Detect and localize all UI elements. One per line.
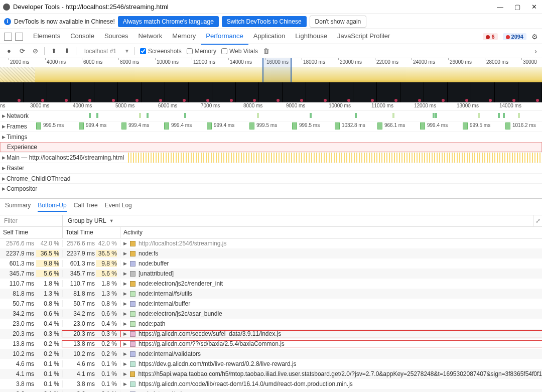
screenshot-thumb[interactable] bbox=[306, 82, 330, 102]
panel-tab-sources[interactable]: Sources bbox=[99, 28, 133, 45]
screenshot-thumb[interactable] bbox=[259, 82, 283, 102]
experience-track[interactable]: ▶Experience bbox=[0, 142, 542, 152]
chrome-childio-track[interactable]: ▶Chrome_ChildIOThread bbox=[0, 173, 542, 183]
screenshot-thumb[interactable] bbox=[47, 82, 71, 102]
screenshot-thumb[interactable] bbox=[71, 82, 94, 102]
always-match-language-button[interactable]: Always match Chrome's language bbox=[118, 16, 219, 27]
panel-tab-elements[interactable]: Elements bbox=[28, 28, 65, 45]
screenshot-thumb[interactable] bbox=[236, 82, 259, 102]
screenshot-thumb[interactable] bbox=[377, 82, 400, 102]
network-request-box[interactable] bbox=[392, 113, 394, 118]
flame-chart-ruler[interactable]: ns3000 ms4000 ms5000 ms6000 ms7000 ms800… bbox=[0, 102, 542, 110]
panel-tab-network[interactable]: Network bbox=[133, 28, 168, 45]
frame-box[interactable] bbox=[207, 122, 212, 129]
frame-box[interactable] bbox=[463, 122, 468, 129]
clear-icon[interactable]: ⊘ bbox=[31, 47, 39, 55]
save-profile-icon[interactable]: ⬇ bbox=[63, 47, 71, 55]
frame-box[interactable] bbox=[249, 122, 254, 129]
warning-count-badge[interactable]: 2094 bbox=[503, 33, 526, 40]
expand-caret-icon[interactable]: ▶ bbox=[123, 281, 127, 286]
network-request-box[interactable] bbox=[96, 113, 98, 118]
table-row[interactable]: 50.7 ms0.8 %50.7 ms0.8 %▶node:internal/b… bbox=[0, 299, 542, 309]
error-count-badge[interactable]: 6 bbox=[483, 33, 497, 40]
frame-box[interactable] bbox=[121, 122, 126, 129]
activity-header[interactable]: Activity bbox=[120, 227, 542, 238]
network-request-box[interactable] bbox=[184, 113, 186, 118]
recording-selector[interactable]: localhost #1 bbox=[81, 48, 119, 55]
panel-tab-performance[interactable]: Performance bbox=[201, 28, 248, 45]
memory-checkbox[interactable]: Memory bbox=[187, 48, 216, 55]
network-request-box[interactable] bbox=[498, 113, 500, 118]
network-request-box[interactable] bbox=[310, 113, 312, 118]
details-tab-call-tree[interactable]: Call Tree bbox=[74, 202, 98, 212]
settings-gear-icon[interactable]: ⚙ bbox=[531, 33, 538, 41]
overview-selection[interactable] bbox=[262, 58, 292, 82]
details-tab-bottom-up[interactable]: Bottom-Up bbox=[38, 202, 66, 212]
screenshot-thumb[interactable] bbox=[400, 82, 424, 102]
screenshot-thumb[interactable] bbox=[0, 82, 24, 102]
table-row[interactable]: 601.3 ms9.8 %601.3 ms9.8 %▶node:buffer bbox=[0, 258, 542, 269]
frame-box[interactable] bbox=[335, 122, 340, 129]
screenshot-thumb[interactable] bbox=[189, 82, 212, 102]
screenshots-filmstrip[interactable] bbox=[0, 82, 542, 102]
expand-caret-icon[interactable]: ▶ bbox=[123, 311, 127, 316]
garbage-collect-icon[interactable]: 🗑 bbox=[263, 47, 269, 55]
reload-icon[interactable]: ⟳ bbox=[18, 47, 26, 55]
screenshot-thumb[interactable] bbox=[330, 82, 353, 102]
maximize-button[interactable]: ▢ bbox=[514, 3, 520, 11]
main-track[interactable]: ▶Main — http://localhost:2546/streaming.… bbox=[0, 152, 542, 163]
screenshot-thumb[interactable] bbox=[142, 82, 165, 102]
expand-caret-icon[interactable]: ▶ bbox=[123, 291, 127, 296]
table-row[interactable]: 2237.9 ms36.5 %2237.9 ms36.5 %▶node:fs bbox=[0, 248, 542, 258]
raster-track[interactable]: ▶Raster bbox=[0, 163, 542, 173]
frame-box[interactable] bbox=[505, 122, 510, 129]
screenshots-checkbox[interactable]: Screenshots bbox=[140, 48, 182, 55]
network-request-box[interactable] bbox=[355, 113, 357, 118]
screenshot-thumb[interactable] bbox=[94, 82, 118, 102]
table-row[interactable]: 23.0 ms0.4 %23.0 ms0.4 %▶node:path bbox=[0, 319, 542, 329]
network-request-box[interactable] bbox=[503, 113, 505, 118]
screenshot-thumb[interactable] bbox=[165, 82, 189, 102]
table-row[interactable]: 110.7 ms1.8 %110.7 ms1.8 %▶node:electron… bbox=[0, 279, 542, 289]
network-request-box[interactable] bbox=[518, 113, 520, 118]
screenshot-thumb[interactable] bbox=[283, 82, 306, 102]
network-request-box[interactable] bbox=[257, 113, 259, 118]
frame-box[interactable] bbox=[79, 122, 84, 129]
panel-tab-console[interactable]: Console bbox=[65, 28, 99, 45]
screenshot-thumb[interactable] bbox=[24, 82, 47, 102]
screenshot-thumb[interactable] bbox=[471, 82, 495, 102]
table-row[interactable]: 13.8 ms0.2 %13.8 ms0.2 %▶https://g.alicd… bbox=[0, 339, 542, 349]
switch-to-chinese-button[interactable]: Switch DevTools to Chinese bbox=[222, 16, 307, 27]
panel-tab-application[interactable]: Application bbox=[248, 28, 291, 45]
network-request-box[interactable] bbox=[89, 113, 91, 118]
screenshot-thumb[interactable] bbox=[448, 82, 471, 102]
expand-caret-icon[interactable]: ▶ bbox=[123, 301, 127, 306]
expand-caret-icon[interactable]: ▶ bbox=[123, 261, 127, 266]
table-row[interactable]: 4.6 ms0.1 %4.6 ms0.1 %▶https://dev.g.ali… bbox=[0, 359, 542, 369]
table-row[interactable]: 3.8 ms0.1 %3.8 ms0.1 %▶https://g.alicdn.… bbox=[0, 379, 542, 389]
panel-tab-memory[interactable]: Memory bbox=[167, 28, 201, 45]
expand-caret-icon[interactable]: ▶ bbox=[123, 381, 127, 386]
table-row[interactable]: 81.8 ms1.3 %81.8 ms1.3 %▶node:internal/f… bbox=[0, 289, 542, 299]
network-request-box[interactable] bbox=[435, 113, 437, 118]
network-request-box[interactable] bbox=[433, 113, 435, 118]
frame-box[interactable] bbox=[420, 122, 425, 129]
overview-cpu-chart[interactable] bbox=[0, 67, 542, 82]
panel-tab-lighthouse[interactable]: Lighthouse bbox=[290, 28, 332, 45]
frame-box[interactable] bbox=[377, 122, 382, 129]
screenshot-thumb[interactable] bbox=[495, 82, 518, 102]
minimize-button[interactable]: — bbox=[497, 3, 503, 11]
self-time-header[interactable]: Self Time bbox=[0, 227, 63, 238]
frames-track[interactable]: ▶Frames 999.5 ms999.4 ms999.4 ms999.4 ms… bbox=[0, 121, 542, 132]
table-row[interactable]: 4.1 ms0.1 %4.1 ms0.1 %▶https://h5api.wap… bbox=[0, 369, 542, 379]
expand-caret-icon[interactable]: ▶ bbox=[123, 241, 127, 246]
dont-show-again-button[interactable]: Don't show again bbox=[310, 16, 367, 28]
filter-input[interactable]: Filter bbox=[0, 215, 63, 226]
device-toolbar-icon[interactable] bbox=[15, 33, 23, 41]
expand-caret-icon[interactable]: ▶ bbox=[123, 341, 127, 346]
compositor-track[interactable]: ▶Compositor bbox=[0, 183, 542, 193]
expand-caret-icon[interactable]: ▶ bbox=[123, 371, 127, 376]
panel-tab-javascript-profiler[interactable]: JavaScript Profiler bbox=[332, 28, 395, 45]
load-profile-icon[interactable]: ⬆ bbox=[50, 47, 58, 55]
total-time-header[interactable]: Total Time bbox=[63, 227, 120, 238]
